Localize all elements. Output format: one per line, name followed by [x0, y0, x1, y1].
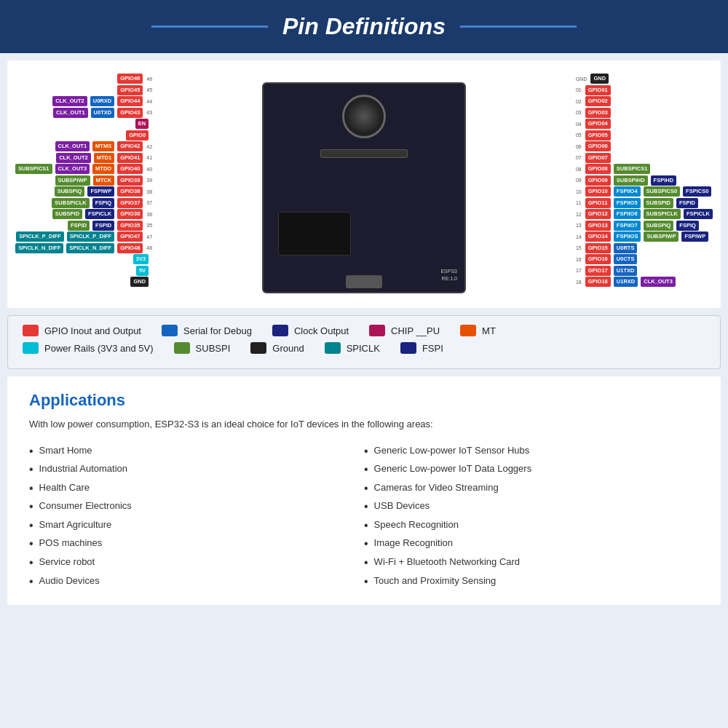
bullet: • [364, 500, 368, 513]
bullet: • [29, 482, 33, 495]
legend-color-chip [369, 325, 385, 336]
pin-gpio38: GPIO38 [117, 186, 143, 197]
pin-clkout1-l1: CLK_OUT1 [53, 108, 88, 118]
pin-gnd-r: GND [590, 74, 609, 84]
pin-gpio43: GPIO43 [117, 108, 143, 118]
bullet: • [364, 482, 368, 495]
pin-gpio41: GPIO41 [117, 153, 143, 163]
pin-gpio42: GPIO42 [117, 141, 143, 151]
legend-label-subspi: SUBSPI [196, 343, 231, 354]
pin-gpio11: GPIO11 [585, 198, 611, 208]
legend-label-clock: Clock Output [294, 325, 349, 336]
pin-fspid-r: FSPID [676, 198, 698, 208]
app-label: Generic Low-power IoT Data Loggers [374, 463, 532, 474]
pin-mtms: MTMS [92, 141, 114, 151]
app-item-left: •Health Care [29, 479, 364, 498]
legend-color-fspi [400, 342, 416, 354]
bullet: • [364, 519, 368, 532]
pin-subspid-r: SUBSPID [644, 198, 673, 208]
pin-fspiwp: FSPIWP [87, 186, 114, 197]
pin-gpio46: GPIO46 [117, 74, 143, 84]
pin-mtck: MTCK [93, 175, 115, 186]
pin-gpio16: GPIO16 [585, 254, 611, 264]
pin-gpio05: GPIO05 [585, 130, 611, 141]
pin-spick-nd: SPICLK_N_DIFF [66, 243, 114, 253]
app-label: Wi-Fi + Bluetooth Networking Card [374, 556, 521, 567]
pin-gpio03: GPIO03 [585, 108, 611, 118]
app-item-right: •Touch and Proximity Sensing [364, 572, 699, 591]
pin-gpio48: GPIO48 [117, 243, 143, 253]
pin-gpio47: GPIO47 [117, 232, 143, 242]
legend-label-spiclk: SPICLK [347, 343, 380, 354]
pin-subspid-l: SUBSPID [52, 209, 82, 219]
applications-right: •Generic Low-power IoT Sensor Hubs•Gener… [364, 442, 699, 591]
pin-fspics0-r: FSPICS0 [683, 186, 711, 197]
app-item-right: •Image Recognition [364, 534, 699, 553]
bullet: • [29, 575, 33, 588]
legend-color-power [23, 342, 39, 354]
app-item-left: •Consumer Electronics [29, 497, 364, 516]
pin-subspidclk-r: SUBSPICLK [644, 209, 681, 219]
camera-module [342, 95, 386, 138]
legend-label-chip: CHIP __PU [391, 325, 440, 336]
app-item-left: •Smart Agriculture [29, 516, 364, 535]
app-label: Smart Agriculture [39, 519, 112, 530]
legend-label-power: Power Rails (3V3 and 5V) [44, 343, 154, 354]
bullet: • [29, 556, 33, 569]
pin-gpio39: GPIO39 [117, 175, 143, 186]
app-item-left: •POS machines [29, 534, 364, 553]
pin-clkout3-l: CLK_OUT3 [55, 164, 90, 174]
legend-row-1: GPIO Inout and Output Serial for Debug C… [23, 325, 705, 336]
pin-gpio44: GPIO44 [117, 96, 143, 106]
pin-gpio18: GPIO18 [585, 277, 611, 287]
pin-en: EN [135, 119, 149, 129]
pin-fspihd-r: FSPIHD [651, 175, 677, 186]
bullet: • [29, 500, 33, 513]
app-item-right: •Generic Low-power IoT Sensor Hubs [364, 442, 699, 461]
bullet: • [29, 519, 33, 532]
legend-label-gpio: GPIO Inout and Output [44, 325, 141, 336]
applications-description: With low power consumption, ESP32-S3 is … [29, 417, 699, 432]
pin-gpio12: GPIO12 [585, 209, 611, 219]
app-item-right: •Generic Low-power IoT Data Loggers [364, 460, 699, 479]
connector-strip [320, 149, 408, 158]
pin-u0txd: U0TXD [91, 108, 115, 118]
pin-fspiios-r: FSPIIOS [614, 232, 641, 242]
pin-gpio15: GPIO15 [585, 243, 611, 253]
pin-gpio04: GPIO04 [585, 119, 611, 129]
pin-gpio36: GPIO36 [117, 209, 143, 219]
app-label: Image Recognition [374, 537, 453, 548]
pin-subspiq-l2: SUBSPICLK [52, 198, 89, 208]
pin-5v-l: 5V [136, 266, 149, 276]
pin-u0rts: U0RTS [614, 243, 638, 253]
app-item-right: •USB Devices [364, 497, 699, 516]
pin-gpio07: GPIO07 [585, 153, 611, 163]
applications-section: Applications With low power consumption,… [7, 376, 721, 605]
bullet: • [29, 463, 33, 476]
bullet: • [29, 537, 33, 550]
bullet: • [364, 556, 368, 569]
pin-spind-l: SPICLK_N_DIFF [15, 243, 63, 253]
header-line-left [151, 25, 268, 28]
legend-label-fspi: FSPI [422, 343, 443, 354]
pin-subspics0-r: SUBSPICS0 [644, 186, 681, 197]
legend-color-gpio [23, 325, 39, 336]
pin-clkout1-l2: CLK_OUT1 [55, 141, 90, 151]
app-label: Audio Devices [39, 575, 100, 586]
header-line-right [460, 25, 577, 28]
legend-color-subspi [174, 342, 190, 354]
pin-subspiwp-r: SUBSPIWP [644, 232, 678, 242]
pin-fspiclk: FSPICLK [85, 209, 114, 219]
pin-fspiq-r: FSPIQ [676, 221, 699, 231]
pin-gpio09: GPIO09 [585, 175, 611, 186]
pin-3v3-l: 3V3 [133, 254, 149, 264]
app-item-right: •Cameras for Video Streaming [364, 479, 699, 498]
pin-subspiq-r: SUBSPIQ [644, 221, 674, 231]
pin-gpio01: GPIO01 [585, 85, 611, 95]
app-item-left: •Audio Devices [29, 572, 364, 591]
pin-gpio17: GPIO17 [585, 266, 611, 276]
pin-fspid: FSPID [92, 221, 114, 231]
bullet: • [29, 445, 33, 458]
legend-color-clock [272, 325, 288, 336]
pin-gpio40: GPIO40 [117, 164, 143, 174]
